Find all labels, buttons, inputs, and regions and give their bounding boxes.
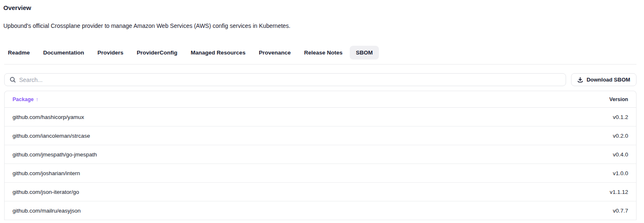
package-cell: github.com/json-iterator/go [13,189,79,195]
table-row[interactable]: github.com/json-iterator/go v1.1.12 [5,183,636,201]
download-icon [577,77,583,83]
package-cell: github.com/josharian/intern [13,170,80,176]
tab-item[interactable]: Managed Resources [185,46,252,59]
table-row[interactable]: github.com/josharian/intern v1.0.0 [5,164,636,183]
tab-bar: Readme Documentation Providers ProviderC… [2,46,636,59]
table-header-row: Package ↑ Version [5,91,636,108]
table-body: github.com/hashicorp/yamux v0.1.2 github… [5,108,636,220]
search-box[interactable] [4,73,566,86]
package-cell: github.com/hashicorp/yamux [13,114,84,120]
tab-item[interactable]: SBOM [350,46,379,59]
package-cell: github.com/jmespath/go-jmespath [13,151,97,158]
table-row[interactable]: github.com/jmespath/go-jmespath v0.4.0 [5,145,636,164]
tab-item[interactable]: Provenance [253,46,297,59]
version-column-header[interactable]: Version [609,97,628,102]
search-icon [10,77,16,83]
package-header-label: Package [13,97,34,102]
toolbar: Download SBOM [4,73,636,86]
tab-item[interactable]: ProviderConfig [130,46,184,59]
download-sbom-button[interactable]: Download SBOM [571,73,636,86]
version-cell: v0.1.2 [613,114,628,120]
package-cell: github.com/mailru/easyjson [13,208,81,214]
sort-ascending-icon: ↑ [36,96,39,102]
version-cell: v0.7.7 [613,208,628,214]
sbom-page: Overview Upbound's official Crossplane p… [0,0,644,220]
table-row[interactable]: github.com/mailru/easyjson v0.7.7 [5,201,636,220]
tab-item[interactable]: Documentation [37,46,90,59]
version-cell: v0.4.0 [613,151,628,158]
tab-item[interactable]: Providers [91,46,130,59]
page-description: Upbound's official Crossplane provider t… [3,22,636,29]
tab-item[interactable]: Readme [2,46,36,59]
table-row[interactable]: github.com/hashicorp/yamux v0.1.2 [5,108,636,126]
version-cell: v1.0.0 [613,170,628,176]
sbom-table: Package ↑ Version github.com/hashicorp/y… [4,91,636,220]
tab-item[interactable]: Release Notes [298,46,348,59]
package-column-header[interactable]: Package ↑ [13,96,38,102]
page-title: Overview [3,4,636,11]
tab-divider [4,64,636,64]
version-cell: v0.2.0 [613,133,628,139]
package-cell: github.com/iancoleman/strcase [13,133,90,139]
download-sbom-label: Download SBOM [586,77,630,83]
table-row[interactable]: github.com/iancoleman/strcase v0.2.0 [5,126,636,145]
version-cell: v1.1.12 [610,189,628,195]
search-input[interactable] [19,77,561,83]
